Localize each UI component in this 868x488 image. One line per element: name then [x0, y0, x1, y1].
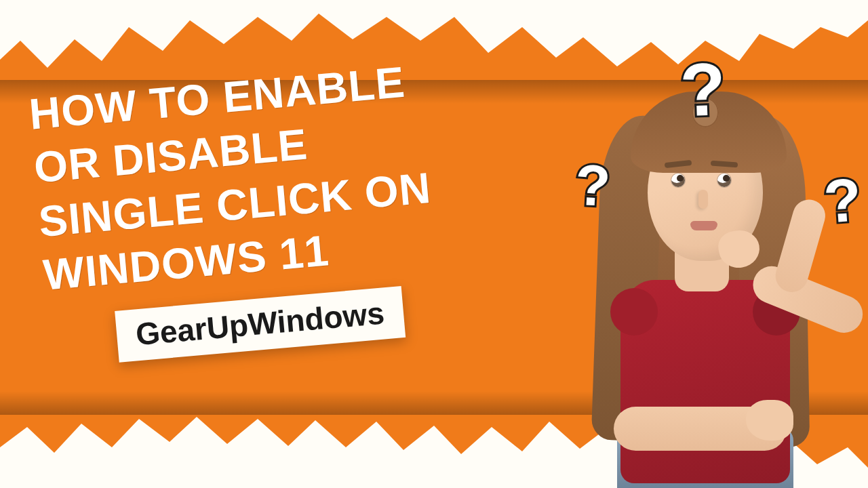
question-mark-icon: ?: [821, 165, 863, 237]
question-mark-icon: ?: [679, 45, 728, 133]
question-mark-icon: ?: [574, 152, 612, 220]
title-block: HOW TO ENABLE OR DISABLE SINGLE CLICK ON…: [27, 43, 565, 369]
brand-text: GearUpWindows: [134, 296, 386, 352]
brand-badge: GearUpWindows: [115, 287, 406, 363]
